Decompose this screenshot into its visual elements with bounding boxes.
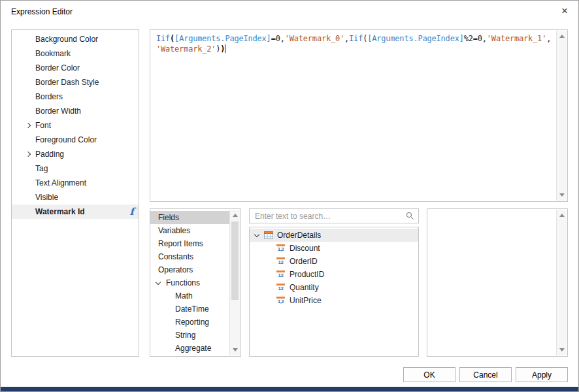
property-item-watermark-id[interactable]: Watermark Id f (12, 204, 139, 219)
close-icon[interactable]: × (561, 5, 568, 16)
property-label: Visible (35, 193, 58, 202)
category-list: Fields Variables Report Items Constants … (150, 209, 230, 355)
apply-button[interactable]: Apply (516, 367, 568, 382)
tree-field-orderid[interactable]: 12 OrderID (250, 255, 418, 268)
fields-tree: OrderDetails 1,2 Discount 12 OrderID 12 … (250, 227, 418, 307)
property-label: Foreground Color (35, 135, 97, 144)
property-label: Borders (35, 92, 63, 101)
property-label: Text Alignment (35, 178, 86, 188)
scroll-down-icon[interactable] (559, 193, 565, 197)
tree-field-label: OrderID (290, 257, 318, 266)
property-label: Border Dash Style (35, 78, 99, 87)
tree-field-unitprice[interactable]: 1,2 UnitPrice (250, 294, 418, 307)
category-label: Aggregate (175, 344, 211, 353)
category-item-math[interactable]: Math (150, 289, 230, 302)
property-label: Tag (35, 164, 48, 173)
property-item-border-dash-style[interactable]: Border Dash Style (12, 75, 139, 90)
property-item-borders[interactable]: Borders (12, 90, 139, 104)
tree-field-label: Discount (290, 244, 320, 253)
category-item-string[interactable]: String (150, 329, 230, 342)
property-item-visible[interactable]: Visible (12, 190, 139, 204)
tree-field-discount[interactable]: 1,2 Discount (250, 242, 418, 255)
category-item-constants[interactable]: Constants (150, 250, 230, 263)
property-label: Background Color (35, 35, 98, 44)
expression-editor-dialog: Expression Editor × Background Color Boo… (0, 0, 579, 392)
tree-field-label: Quantity (290, 283, 319, 292)
category-item-report-items[interactable]: Report Items (150, 237, 230, 250)
search-input[interactable] (249, 208, 419, 223)
ok-button[interactable]: OK (403, 367, 455, 382)
property-item-font[interactable]: Font (12, 118, 139, 133)
category-label: DateTime (175, 304, 209, 314)
category-label: Reporting (175, 318, 209, 327)
property-item-tag[interactable]: Tag (12, 161, 139, 176)
category-item-variables[interactable]: Variables (150, 224, 230, 237)
category-item-datetime[interactable]: DateTime (150, 302, 230, 316)
property-item-foreground-color[interactable]: Foreground Color (12, 133, 139, 147)
category-panel: Fields Variables Report Items Constants … (150, 208, 241, 357)
search-box (249, 208, 419, 223)
category-label: Constants (158, 252, 193, 261)
integer-field-icon: 12 (276, 283, 286, 292)
property-item-padding[interactable]: Padding (12, 147, 139, 161)
property-item-bookmark[interactable]: Bookmark (12, 46, 139, 61)
scrollbar-thumb[interactable] (231, 221, 239, 300)
tree-field-label: ProductID (290, 270, 324, 279)
tree-node-label: OrderDetails (277, 231, 321, 240)
scroll-up-icon[interactable] (233, 214, 238, 217)
scroll-down-icon[interactable] (233, 348, 238, 351)
properties-panel: Background Color Bookmark Border Color B… (11, 29, 139, 357)
scroll-down-icon[interactable] (559, 348, 565, 351)
property-item-border-width[interactable]: Border Width (12, 104, 139, 118)
bottom-border-strip (1, 387, 578, 391)
category-item-fields[interactable]: Fields (150, 211, 230, 224)
category-item-operators[interactable]: Operators (150, 263, 230, 276)
property-label: Padding (35, 150, 64, 159)
category-item-functions[interactable]: Functions (150, 276, 230, 289)
chevron-down-icon[interactable] (254, 231, 259, 237)
scroll-up-icon[interactable] (559, 35, 565, 38)
category-label: Operators (158, 265, 193, 274)
category-label: Functions (166, 278, 200, 287)
category-scrollbar[interactable] (229, 210, 240, 355)
dialog-title: Expression Editor (11, 7, 73, 16)
category-label: String (175, 331, 195, 340)
property-item-border-color[interactable]: Border Color (12, 61, 139, 75)
category-label: Math (175, 291, 193, 301)
properties-list: Background Color Bookmark Border Color B… (12, 30, 139, 219)
property-label: Border Width (35, 106, 81, 116)
property-label: Watermark Id (35, 207, 85, 216)
integer-field-icon: 12 (276, 270, 286, 279)
property-item-text-alignment[interactable]: Text Alignment (12, 176, 139, 190)
category-label: Report Items (158, 239, 203, 248)
property-label: Font (35, 121, 51, 130)
chevron-right-icon[interactable] (25, 152, 31, 157)
decimal-field-icon: 1,2 (276, 296, 286, 305)
fields-tree-panel: OrderDetails 1,2 Discount 12 OrderID 12 … (249, 227, 419, 357)
tree-field-productid[interactable]: 12 ProductID (250, 268, 418, 281)
chevron-right-icon[interactable] (25, 123, 31, 128)
titlebar: Expression Editor × (1, 1, 578, 23)
integer-field-icon: 12 (276, 257, 286, 266)
tree-node-orderdetails[interactable]: OrderDetails (250, 229, 418, 242)
expression-editor-panel[interactable]: Iif([Arguments.PageIndex]=0,'Watermark_0… (150, 29, 568, 202)
tree-field-quantity[interactable]: 12 Quantity (250, 281, 418, 294)
chevron-down-icon[interactable] (156, 280, 161, 285)
table-icon (264, 231, 273, 239)
description-scrollbar[interactable] (556, 210, 567, 355)
expression-scrollbar[interactable] (556, 31, 567, 201)
property-label: Border Color (35, 63, 80, 73)
text-caret (225, 44, 225, 53)
expression-code[interactable]: Iif([Arguments.PageIndex]=0,'Watermark_0… (156, 33, 554, 54)
category-item-aggregate[interactable]: Aggregate (150, 342, 230, 355)
scroll-up-icon[interactable] (559, 214, 565, 217)
property-label: Bookmark (35, 49, 71, 58)
search-icon (406, 212, 414, 220)
decimal-field-icon: 1,2 (276, 244, 286, 253)
category-label: Variables (158, 226, 190, 235)
cancel-button[interactable]: Cancel (459, 367, 512, 382)
category-label: Fields (158, 213, 179, 222)
category-item-reporting[interactable]: Reporting (150, 316, 230, 329)
property-item-background-color[interactable]: Background Color (12, 32, 139, 46)
description-panel (427, 208, 568, 357)
